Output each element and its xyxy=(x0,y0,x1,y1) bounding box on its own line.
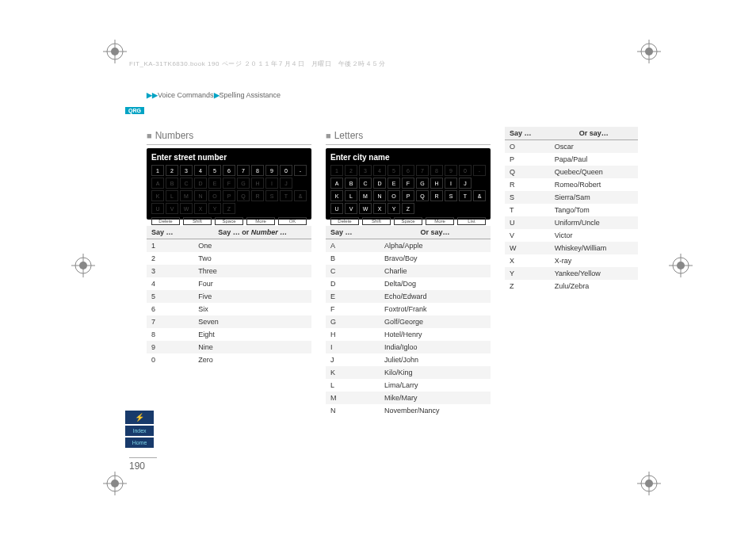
table-row: LLima/Larry xyxy=(326,379,491,392)
cell-value: Four xyxy=(193,277,311,290)
table-row: ZZulu/Zebra xyxy=(505,280,638,292)
table-row: DDelta/Dog xyxy=(326,277,491,290)
cell-value: Zulu/Zebra xyxy=(550,280,638,292)
screen-button: Delete xyxy=(151,217,180,225)
cell-key: E xyxy=(326,290,380,303)
key: B xyxy=(345,178,357,189)
key: T xyxy=(280,190,292,201)
key: 0 xyxy=(459,165,472,176)
key: 6 xyxy=(402,165,414,176)
key: U xyxy=(330,203,343,214)
table-row: YYankee/Yellow xyxy=(505,267,638,280)
cell-key: 5 xyxy=(147,290,193,303)
cell-key: S xyxy=(505,191,550,204)
numbers-table: Say … Say … or Number … 1One2Two3Three4F… xyxy=(147,226,311,366)
cell-key: Y xyxy=(505,267,550,280)
table-row: KKilo/King xyxy=(326,366,491,379)
cell-value: Romeo/Robert xyxy=(550,178,638,191)
cell-key: Z xyxy=(505,280,550,292)
table-row: TTango/Tom xyxy=(505,204,638,216)
col-header: Say … xyxy=(505,127,550,140)
cell-value: Bravo/Boy xyxy=(380,252,491,265)
key: 2 xyxy=(345,165,357,176)
page-number: 190 xyxy=(129,457,157,472)
home-tab[interactable]: Home xyxy=(125,438,154,448)
cell-key: K xyxy=(326,366,380,379)
key: W xyxy=(359,203,372,214)
key: C xyxy=(359,178,372,189)
cell-key: C xyxy=(326,265,380,277)
cell-value: Oscar xyxy=(550,140,638,154)
cell-key: H xyxy=(326,328,380,341)
key: H xyxy=(251,178,264,189)
cell-key: L xyxy=(326,379,380,392)
table-row: NNovember/Nancy xyxy=(326,404,491,417)
table-row: JJuliet/John xyxy=(326,353,491,366)
key: M xyxy=(180,190,193,201)
cell-key: D xyxy=(326,277,380,290)
key: 3 xyxy=(359,165,372,176)
key: G xyxy=(237,178,250,189)
key: - xyxy=(294,165,307,176)
content: ■Numbers Enter street number 1234567890-… xyxy=(147,127,638,417)
key: E xyxy=(388,178,400,189)
cell-value: Nine xyxy=(193,341,311,353)
col-header: Say … xyxy=(326,226,380,239)
key: L xyxy=(166,190,178,201)
table-row: MMike/Mary xyxy=(326,392,491,404)
index-tab[interactable]: Index xyxy=(125,426,154,436)
table-row: HHotel/Henry xyxy=(326,328,491,341)
cell-key: 7 xyxy=(147,315,193,328)
table-row: 5Five xyxy=(147,290,311,303)
screen-button: More xyxy=(426,217,454,225)
key: A xyxy=(330,178,343,189)
header-meta: FIT_KA-31TK6830.book 190 ページ ２０１１年７月４日 月… xyxy=(129,59,385,68)
key: Q xyxy=(416,190,429,201)
col-header: Say … or Number … xyxy=(193,226,311,239)
table-row: 7Seven xyxy=(147,315,311,328)
key: D xyxy=(194,178,207,189)
screen-button: Shift xyxy=(183,217,212,225)
cell-value: November/Nancy xyxy=(380,404,491,417)
letters-table-right: Say … Or say… OOscarPPapa/PaulQQuebec/Qu… xyxy=(505,127,638,292)
screen-button: Space xyxy=(394,217,422,225)
cell-value: Delta/Dog xyxy=(380,277,491,290)
cell-value: Foxtrot/Frank xyxy=(380,303,491,315)
key: V xyxy=(345,203,357,214)
letters-title: ■Letters xyxy=(326,127,491,145)
key: & xyxy=(473,190,486,201)
key: 1 xyxy=(330,165,343,176)
key: X xyxy=(194,203,207,214)
cell-value: Alpha/Apple xyxy=(380,239,491,253)
key: 4 xyxy=(373,165,386,176)
cell-value: Golf/George xyxy=(380,315,491,328)
key: S xyxy=(265,190,278,201)
reg-mark-icon xyxy=(637,40,661,63)
cell-value: Papa/Paul xyxy=(550,153,638,166)
cell-key: M xyxy=(326,392,380,404)
table-row: GGolf/George xyxy=(326,315,491,328)
table-row: 8Eight xyxy=(147,328,311,341)
key: D xyxy=(373,178,386,189)
table-row: IIndia/Igloo xyxy=(326,341,491,353)
table-row: 1One xyxy=(147,239,311,253)
reg-mark-icon xyxy=(71,254,95,277)
screen-button: Space xyxy=(215,217,243,225)
key: G xyxy=(416,178,429,189)
key: 7 xyxy=(416,165,429,176)
table-row: VVictor xyxy=(505,229,638,242)
numbers-title: ■Numbers xyxy=(147,127,311,145)
cell-value: Tango/Tom xyxy=(550,204,638,216)
key: C xyxy=(180,178,193,189)
cell-key: X xyxy=(505,254,550,267)
col-header: Or say… xyxy=(380,226,491,239)
cell-value: Eight xyxy=(193,328,311,341)
key: Y xyxy=(208,203,221,214)
key: 7 xyxy=(237,165,250,176)
cell-value: Yankee/Yellow xyxy=(550,267,638,280)
key: 9 xyxy=(265,165,278,176)
table-row: 3Three xyxy=(147,265,311,277)
key: Y xyxy=(388,203,400,214)
cell-value: Juliet/John xyxy=(380,353,491,366)
screen-button: Delete xyxy=(330,217,359,225)
